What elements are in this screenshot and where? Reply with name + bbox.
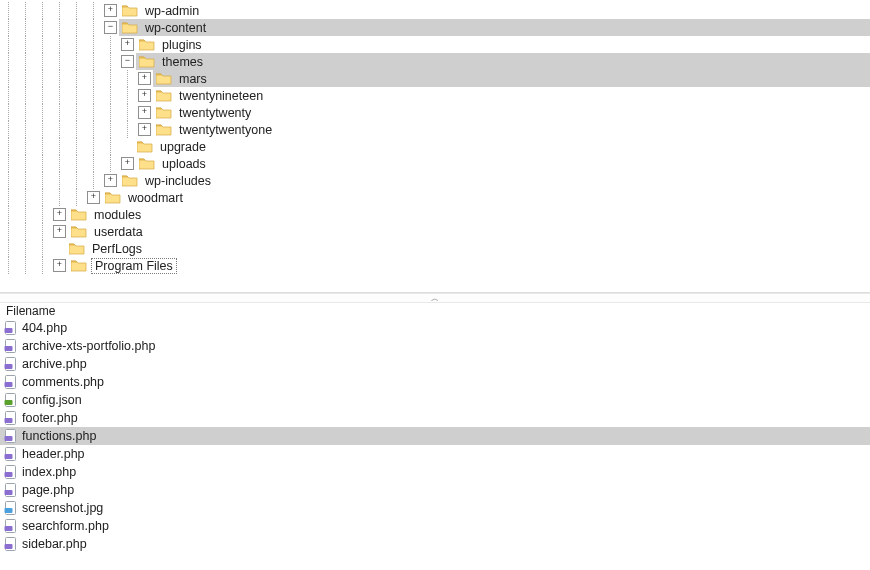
file-name: searchform.php [22,519,109,533]
tree-item-label: plugins [159,38,205,52]
folder-icon [156,123,172,136]
folder-icon [139,55,155,68]
folder-icon [71,225,87,238]
file-list[interactable]: Filename 404.phparchive-xts-portfolio.ph… [0,303,870,570]
folder-icon [156,106,172,119]
folder-icon [156,89,172,102]
tree-item-label: uploads [159,157,209,171]
file-row[interactable]: searchform.php [0,517,870,535]
file-row[interactable]: screenshot.jpg [0,499,870,517]
tree-item-label: Program Files [91,258,177,274]
php-file-icon [4,429,18,443]
tree-item-label: wp-admin [142,4,202,18]
tree-item-label: wp-content [142,21,209,35]
tree-item-twentytwenty[interactable]: twentytwenty [0,104,870,121]
svg-rect-19 [5,490,13,495]
tree-item-wp-includes[interactable]: wp-includes [0,172,870,189]
tree-item-label: PerfLogs [89,242,145,256]
tree-item-label: twentytwentyone [176,123,275,137]
tree-item-label: twentynineteen [176,89,266,103]
expand-icon[interactable] [53,259,66,272]
php-file-icon [4,465,18,479]
php-file-icon [4,321,18,335]
tree-item-program-files[interactable]: Program Files [0,257,870,274]
expand-icon[interactable] [53,208,66,221]
expand-icon[interactable] [138,72,151,85]
folder-icon [122,21,138,34]
expand-icon[interactable] [138,106,151,119]
expand-icon[interactable] [104,4,117,17]
tree-item-mars[interactable]: mars [0,70,870,87]
tree-item-woodmart[interactable]: woodmart [0,189,870,206]
svg-rect-1 [5,328,13,333]
file-row[interactable]: config.json [0,391,870,409]
tree-item-label: woodmart [125,191,186,205]
file-row[interactable]: sidebar.php [0,535,870,553]
file-row[interactable]: comments.php [0,373,870,391]
pane-splitter[interactable]: ︿ [0,293,870,303]
tree-item-modules[interactable]: modules [0,206,870,223]
file-row[interactable]: archive-xts-portfolio.php [0,337,870,355]
tree-item-twentytwentyone[interactable]: twentytwentyone [0,121,870,138]
php-file-icon [4,375,18,389]
svg-rect-7 [5,382,13,387]
chevron-up-icon: ︿ [431,293,439,304]
folder-icon [105,191,121,204]
file-row[interactable]: footer.php [0,409,870,427]
folder-icon [71,208,87,221]
folder-icon [71,259,87,272]
file-row[interactable]: 404.php [0,319,870,337]
expand-icon[interactable] [53,225,66,238]
expand-icon[interactable] [87,191,100,204]
file-row[interactable]: archive.php [0,355,870,373]
tree-item-perflogs[interactable]: PerfLogs [0,240,870,257]
json-file-icon [4,393,18,407]
tree-item-plugins[interactable]: plugins [0,36,870,53]
folder-icon [122,4,138,17]
tree-item-label: mars [176,72,210,86]
file-row[interactable]: header.php [0,445,870,463]
svg-rect-21 [5,508,13,513]
svg-rect-17 [5,472,13,477]
php-file-icon [4,519,18,533]
svg-rect-9 [5,400,13,405]
tree-item-upgrade[interactable]: upgrade [0,138,870,155]
collapse-icon[interactable] [104,21,117,34]
file-row[interactable]: index.php [0,463,870,481]
expand-icon[interactable] [121,38,134,51]
tree-item-userdata[interactable]: userdata [0,223,870,240]
tree-item-label: wp-includes [142,174,214,188]
collapse-icon[interactable] [121,55,134,68]
svg-rect-13 [5,436,13,441]
file-name: 404.php [22,321,67,335]
expand-icon[interactable] [138,89,151,102]
folder-tree[interactable]: wp-adminwp-contentpluginsthemesmarstwent… [0,0,870,293]
file-name: config.json [22,393,82,407]
php-file-icon [4,483,18,497]
file-row[interactable]: functions.php [0,427,870,445]
expand-icon[interactable] [104,174,117,187]
file-row[interactable]: page.php [0,481,870,499]
tree-item-wp-content[interactable]: wp-content [0,19,870,36]
file-name: functions.php [22,429,96,443]
expand-icon[interactable] [121,157,134,170]
folder-icon [69,242,85,255]
svg-rect-11 [5,418,13,423]
tree-item-label: upgrade [157,140,209,154]
expand-icon[interactable] [138,123,151,136]
tree-item-label: userdata [91,225,146,239]
tree-item-twentynineteen[interactable]: twentynineteen [0,87,870,104]
php-file-icon [4,411,18,425]
folder-icon [139,157,155,170]
folder-icon [122,174,138,187]
file-name: sidebar.php [22,537,87,551]
tree-item-wp-admin[interactable]: wp-admin [0,2,870,19]
image-file-icon [4,501,18,515]
folder-icon [156,72,172,85]
php-file-icon [4,537,18,551]
tree-item-uploads[interactable]: uploads [0,155,870,172]
folder-icon [139,38,155,51]
column-header-filename[interactable]: Filename [0,303,870,319]
file-name: index.php [22,465,76,479]
tree-item-themes[interactable]: themes [0,53,870,70]
